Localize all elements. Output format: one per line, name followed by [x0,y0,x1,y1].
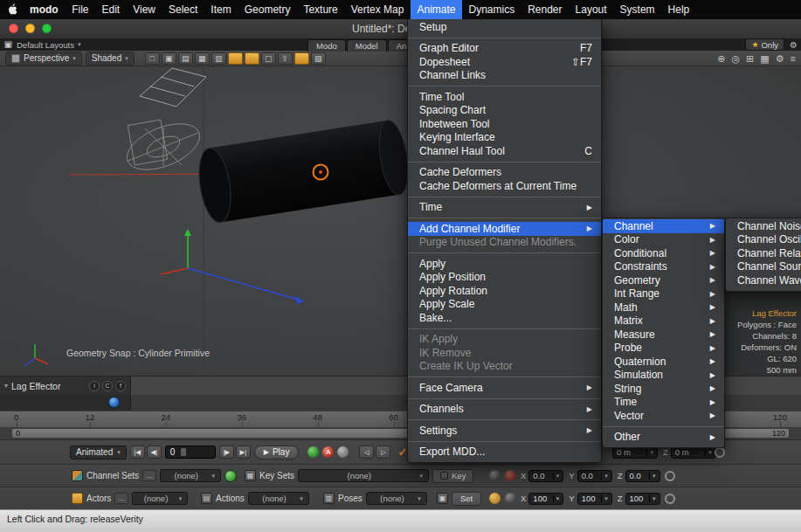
app-menu-modo[interactable]: modo [23,0,66,19]
actors-dropdown[interactable]: (none) ▾ [132,492,188,505]
menu-item[interactable]: Bake... ▶ [408,311,601,325]
menubar-item[interactable]: Render [521,0,569,19]
menu-item[interactable]: Time ▶ [603,396,724,410]
key-sets-dropdown[interactable]: (none) ▾ [298,469,429,482]
minimize-window-button[interactable] [25,24,35,33]
axis-value-field[interactable]: 0.0 ▾ [625,470,660,482]
menubar-item[interactable]: Animate [411,0,462,19]
wireframe-panel[interactable] [140,68,206,107]
menu-item[interactable]: Keying Interface ▶ [408,131,601,145]
ghost-toggle-icon[interactable]: ▦ [195,52,210,65]
settings-gear-icon[interactable]: ⚙ [776,51,784,66]
shading-mode-select[interactable]: Shaded ▾ [86,52,135,66]
center-mode-icon[interactable] [245,52,259,65]
menu-item[interactable]: Vector ▶ [603,409,724,423]
arrow-tool-icon[interactable]: ⇧ [278,52,293,65]
menubar-item[interactable]: Texture [297,0,344,19]
menu-item[interactable]: Inbetween Tool ▶ [408,117,601,131]
solid-toggle-icon[interactable]: ▣ [162,52,176,65]
goto-end-button[interactable]: ▶| [236,446,251,459]
menu-item[interactable]: IK Remove ▶ [408,346,601,360]
pan-icon[interactable]: ⊕ [717,51,725,66]
menu-item[interactable]: Setup ▶ [408,20,601,34]
menu-item[interactable]: Settings ▶ [408,424,601,438]
channel-state-icon[interactable] [489,470,501,481]
menu-item[interactable]: Channel Noise [726,219,801,233]
add-track-button[interactable] [108,397,120,408]
menu-item[interactable]: Simulation ▶ [603,369,724,383]
menu-item[interactable]: Time Tool ▶ [408,90,601,104]
actor-mute-icon[interactable] [505,493,516,504]
poses-dropdown[interactable]: (none) ▾ [366,492,427,505]
grid-toggle-icon[interactable]: ▤ [178,52,193,65]
layout-tab[interactable]: Model [347,39,387,52]
axis-value-field[interactable]: 100 ▾ [528,493,563,505]
snap-toggle-icon[interactable]: ▧ [311,52,326,65]
menu-item[interactable]: Channel Wavefor [726,273,801,287]
menubar-item[interactable]: Vertex Map [344,0,411,19]
axis-value-field[interactable]: 100 ▾ [625,493,660,505]
pivot-mode-icon[interactable]: ▢ [261,52,276,65]
menubar-item[interactable]: Layout [569,0,613,19]
menu-item[interactable]: Constraints ▶ [603,260,724,274]
menu-item[interactable]: Export MDD... ▶ [408,446,601,459]
menubar-item[interactable]: Help [661,0,696,19]
range-out-button[interactable]: ▷ [376,446,390,459]
menubar-item[interactable]: File [66,0,95,19]
channel-ring-button[interactable] [715,447,725,458]
menu-item[interactable]: Conditional ▶ [603,246,724,260]
menubar-item[interactable]: Geometry [238,0,297,19]
menu-item[interactable]: Matrix ▶ [603,314,724,328]
prev-key-button[interactable]: ◀| [147,446,162,459]
menu-item[interactable]: Cache Deformers ▶ [408,166,601,180]
info-toggle-button[interactable]: i [89,381,100,391]
menu-item[interactable]: Probe ▶ [603,342,724,356]
channel-mute-icon[interactable] [505,470,516,481]
layout-tab[interactable]: Modo [307,39,346,52]
apple-menu-icon[interactable] [0,0,23,19]
menu-item[interactable]: Apply ▶ [408,257,601,271]
channel-ring-button[interactable] [665,494,675,504]
menu-item[interactable]: Apply Rotation ▶ [408,284,601,298]
menu-item[interactable]: Other ▶ [603,431,724,445]
play-button[interactable]: ▶ Play [254,446,300,459]
next-key-button[interactable]: |▶ [219,446,234,459]
actor-state-icon[interactable] [489,493,501,504]
menubar-item[interactable]: Select [162,0,204,19]
zoom-icon[interactable]: ⊞ [746,51,754,66]
grid-icon[interactable]: ▦ [760,51,769,66]
menu-item[interactable]: Dopesheet ⇧F7 ▶ [408,55,601,69]
only-button[interactable]: ★ Only [745,38,784,51]
menu-item[interactable]: Math ▶ [603,301,724,314]
animate-channel-toggle[interactable]: A [322,446,334,458]
menu-item[interactable]: String ▶ [603,382,724,396]
timeline-track-header[interactable]: ▾ Lag Effector iCf [0,377,131,395]
menu-item[interactable]: Int Range ▶ [603,287,724,301]
menubar-item[interactable]: Dynamics [462,0,521,19]
key-state-indicator[interactable] [337,446,349,458]
auto-key-toggle[interactable] [307,446,319,458]
menu-item[interactable]: Create IK Up Vector ▶ [408,360,601,374]
current-frame-field[interactable]: 0 [165,446,216,459]
close-window-button[interactable] [9,24,18,33]
menu-item[interactable]: Channels ▶ [408,403,601,417]
goto-start-button[interactable]: |◀ [130,446,145,459]
menu-item[interactable]: Channel Haul Tool C ▶ [408,144,601,158]
channels-toggle-button[interactable]: C [102,381,113,391]
new-channel-set-button[interactable] [224,470,237,482]
menu-item[interactable]: Graph Editor F7 ▶ [408,42,601,56]
menubar-item[interactable]: View [127,0,162,19]
menubar-item[interactable]: System [613,0,661,19]
channel-sets-more-button[interactable]: ... [142,470,156,481]
animation-mode-select[interactable]: Animated ▾ [70,446,127,459]
channel-ring-button[interactable] [665,471,675,481]
key-button[interactable]: Key [432,469,473,483]
overlay-toggle-icon[interactable]: ▥ [211,52,226,65]
channel-sets-dropdown[interactable]: (none) ▾ [160,469,221,482]
cylinder-mesh[interactable] [195,119,412,225]
menu-item[interactable]: Channel ▶ [603,219,724,233]
set-button[interactable]: Set [452,492,481,506]
view-mode-select[interactable]: Perspective ▾ [5,52,82,66]
menu-item[interactable]: Face Camera ▶ [408,381,601,395]
menu-item[interactable]: Purge Unused Channel Modifiers... ▶ [408,236,601,250]
